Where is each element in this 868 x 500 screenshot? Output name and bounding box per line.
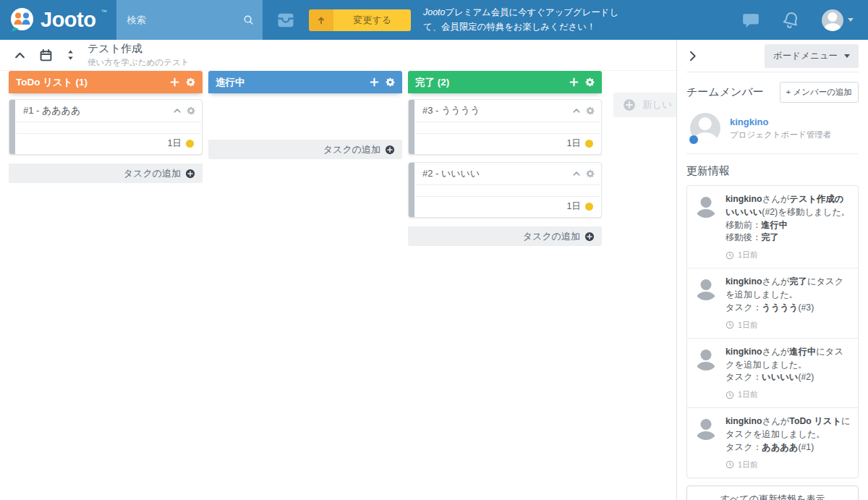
top-navigation-bar: Jooto ™ 変更する Jootoプレミアム会員に今すぐアップグレードして、会…: [0, 0, 868, 40]
empty-list-body: [208, 93, 402, 140]
board-subtitle: 使い方を学ぶためのテスト: [88, 57, 189, 68]
list-title: ToDo リスト (1): [16, 76, 88, 89]
activity-feed: kingkinoさんがテスト作成のいいいい(#2)を移動しました。 移動前：進行…: [686, 185, 859, 478]
feed-timestamp: 1日前: [726, 250, 851, 260]
task-card[interactable]: #2 - いいいい: [408, 162, 602, 218]
collapse-icon: [14, 49, 26, 62]
card-settings-button[interactable]: [187, 106, 195, 115]
feed-user-name: kingkino: [726, 276, 762, 287]
promo-message: プレミアム会員に今すぐアップグレードして、会員限定の特典をお楽しみください！: [423, 7, 618, 31]
collapse-sidebar-button[interactable]: [686, 50, 699, 62]
add-circle-icon: [623, 98, 636, 111]
due-label: 1日: [567, 137, 581, 150]
avatar: [822, 9, 843, 31]
board-menu-button[interactable]: ボードメニュー: [765, 44, 859, 68]
collapse-card-button[interactable]: [572, 169, 581, 178]
chat-icon: [741, 11, 760, 30]
up-arrow-icon: [316, 15, 326, 25]
jooto-logo[interactable]: Jooto ™: [0, 0, 115, 40]
search-box[interactable]: [116, 0, 263, 40]
card-settings-button[interactable]: [586, 169, 595, 178]
jooto-logo-icon: [9, 7, 35, 33]
task-card[interactable]: #1 - ああああ: [9, 99, 203, 155]
gear-icon: [586, 106, 595, 115]
upgrade-button[interactable]: 変更する: [309, 9, 411, 31]
add-icon: [170, 77, 179, 87]
search-input[interactable]: [125, 14, 243, 26]
list-settings-button[interactable]: [386, 77, 395, 87]
gear-icon: [186, 77, 195, 87]
premium-promo-text: Jootoプレミアム会員に今すぐアップグレードして、会員限定の特典をお楽しみくだ…: [423, 6, 627, 33]
card-title[interactable]: #3 - うううう: [422, 104, 572, 117]
board-menu-label: ボードメニュー: [773, 50, 838, 62]
add-task-button[interactable]: [170, 77, 179, 87]
feed-user-name: kingkino: [726, 194, 762, 204]
add-task-footer[interactable]: タスクの追加: [208, 140, 402, 159]
avatar: [694, 193, 718, 218]
chevron-up-icon: [572, 106, 581, 115]
trademark-mark: ™: [101, 9, 106, 15]
avatar: [694, 276, 718, 300]
up-arrow-segment: [309, 9, 333, 31]
clock-icon: [726, 391, 734, 399]
gear-icon: [585, 77, 595, 87]
add-list-button[interactable]: 新しい: [613, 93, 676, 117]
list-settings-button[interactable]: [186, 77, 195, 87]
archive-box-icon: [275, 10, 297, 30]
card-drag-handle[interactable]: [9, 100, 15, 154]
member-avatar-wrap: [690, 113, 720, 143]
add-task-button[interactable]: [569, 77, 579, 87]
list-header-todo[interactable]: ToDo リスト (1): [9, 71, 203, 93]
gear-icon: [187, 106, 195, 115]
show-all-updates-button[interactable]: すべての更新情報を表示: [686, 486, 859, 500]
caret-down-icon: [844, 54, 850, 58]
add-task-button[interactable]: [370, 77, 379, 87]
chevron-up-icon: [173, 106, 182, 115]
list-in-progress: 進行中 タスクの追加: [208, 71, 402, 159]
member-name-link[interactable]: kingkino: [730, 116, 831, 127]
collapse-card-button[interactable]: [173, 106, 182, 115]
account-menu-button[interactable]: [822, 9, 854, 31]
feed-timestamp: 1日前: [726, 389, 851, 400]
search-icon: [243, 14, 254, 25]
list-header-in-progress[interactable]: 進行中: [208, 71, 402, 93]
task-card[interactable]: #3 - うううう: [408, 99, 602, 155]
card-settings-button[interactable]: [586, 106, 595, 115]
calendar-icon: [40, 49, 52, 62]
feed-item: kingkinoさんが進行中にタスクを追加しました。 タスク：いいいい(#2) …: [687, 338, 858, 407]
card-title[interactable]: #1 - ああああ: [23, 104, 173, 117]
calendar-view-button[interactable]: [40, 49, 52, 62]
due-status-dot: [585, 203, 593, 211]
caret-down-icon: [848, 18, 854, 22]
card-drag-handle[interactable]: [409, 100, 414, 154]
board-header: テスト作成 使い方を学ぶためのテスト: [0, 40, 676, 71]
card-drag-handle[interactable]: [409, 163, 414, 217]
logo-text: Jooto: [41, 0, 95, 40]
card-title[interactable]: #2 - いいいい: [422, 167, 572, 180]
notifications-button[interactable]: [781, 10, 801, 30]
feed-text: kingkinoさんがテスト作成のいいいい(#2)を移動しました。 移動前：進行…: [726, 193, 851, 245]
feed-text: kingkinoさんがToDo リストにタスクを追加しました。 タスク：ああああ…: [726, 415, 851, 454]
feed-text: kingkinoさんが完了にタスクを追加しました。 タスク：うううう(#3): [726, 276, 851, 314]
list-done: 完了 (2): [408, 71, 602, 246]
list-title: 完了 (2): [415, 76, 449, 89]
promo-brand: Jooto: [423, 7, 445, 17]
sort-button[interactable]: [66, 49, 75, 61]
archive-button[interactable]: [275, 10, 297, 30]
messages-button[interactable]: [741, 11, 760, 30]
board-canvas: ToDo リスト (1): [0, 71, 676, 500]
clock-icon: [726, 321, 734, 329]
team-members-heading: チームメンバー: [686, 85, 764, 99]
add-task-label: タスクの追加: [124, 167, 181, 180]
add-task-footer[interactable]: タスクの追加: [408, 226, 602, 246]
add-member-button[interactable]: + メンバーの追加: [780, 82, 859, 103]
bell-icon: [779, 8, 803, 32]
due-label: 1日: [567, 200, 581, 213]
list-settings-button[interactable]: [585, 77, 595, 87]
collapse-board-header-button[interactable]: [14, 49, 26, 62]
team-member-row[interactable]: kingkino プロジェクトボード管理者: [686, 113, 859, 154]
list-header-done[interactable]: 完了 (2): [408, 71, 602, 93]
add-task-footer[interactable]: タスクの追加: [9, 164, 203, 183]
collapse-card-button[interactable]: [572, 106, 581, 115]
feed-item: kingkinoさんがテスト作成のいいいい(#2)を移動しました。 移動前：進行…: [687, 186, 858, 268]
